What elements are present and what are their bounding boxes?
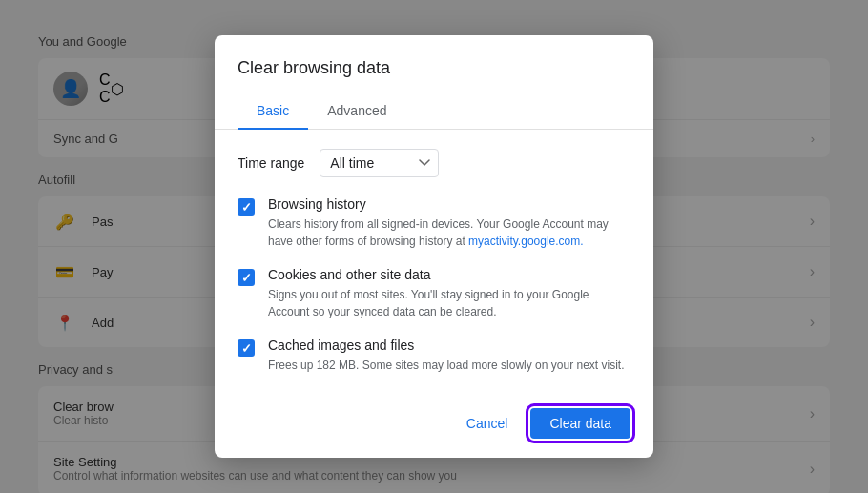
cached-checkbox-box[interactable]: ✓ [238, 339, 255, 357]
cached-title: Cached images and files [268, 338, 624, 353]
browsing-history-checkbox[interactable]: ✓ [238, 198, 255, 216]
cached-check-icon: ✓ [241, 342, 252, 355]
tab-basic[interactable]: Basic [238, 93, 308, 130]
browsing-history-title: Browsing history [268, 196, 630, 212]
cancel-button[interactable]: Cancel [451, 408, 524, 439]
cookies-text: Cookies and other site data Signs you ou… [268, 267, 630, 320]
browsing-history-desc: Clears history from all signed-in device… [268, 216, 630, 250]
dialog-tabs: Basic Advanced [215, 93, 653, 130]
cached-item: ✓ Cached images and files Frees up 182 M… [238, 338, 630, 374]
myactivity-link[interactable]: myactivity.google.com. [468, 235, 584, 248]
dialog-content: Time range All time Last hour Last 24 ho… [215, 130, 653, 393]
dialog-footer: Cancel Clear data [215, 393, 653, 458]
clear-data-button[interactable]: Clear data [530, 408, 630, 439]
time-range-label: Time range [238, 155, 304, 171]
time-range-row: Time range All time Last hour Last 24 ho… [238, 149, 630, 177]
cookies-checkbox-box[interactable]: ✓ [238, 269, 255, 286]
tab-advanced[interactable]: Advanced [308, 93, 405, 130]
cookies-check-icon: ✓ [241, 272, 252, 284]
time-range-select[interactable]: All time Last hour Last 24 hours Last 7 … [320, 149, 439, 177]
cookies-checkbox[interactable]: ✓ [238, 269, 255, 286]
cached-desc: Frees up 182 MB. Some sites may load mor… [268, 357, 624, 374]
cached-text: Cached images and files Frees up 182 MB.… [268, 338, 624, 374]
browsing-history-text: Browsing history Clears history from all… [268, 196, 630, 250]
cookies-title: Cookies and other site data [268, 267, 630, 282]
dialog-title: Clear browsing data [215, 35, 653, 93]
browsing-history-item: ✓ Browsing history Clears history from a… [238, 196, 630, 250]
browsing-history-checkbox-box[interactable]: ✓ [238, 198, 255, 216]
clear-browsing-data-dialog: Clear browsing data Basic Advanced Time … [215, 35, 653, 458]
cookies-desc: Signs you out of most sites. You'll stay… [268, 286, 630, 320]
cookies-item: ✓ Cookies and other site data Signs you … [238, 267, 630, 320]
modal-overlay: Clear browsing data Basic Advanced Time … [0, 0, 868, 493]
cached-checkbox[interactable]: ✓ [238, 339, 255, 357]
browsing-history-check-icon: ✓ [241, 201, 252, 214]
